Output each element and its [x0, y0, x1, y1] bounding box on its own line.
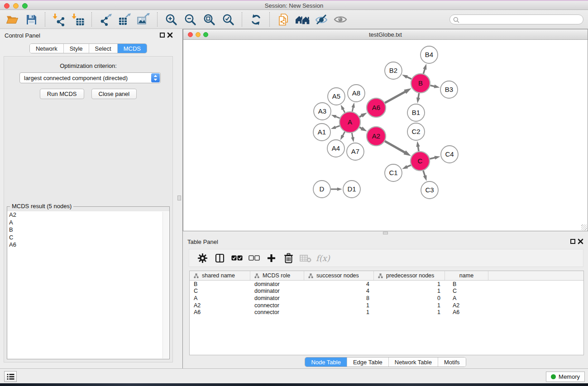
close-panel-mcds-button[interactable]: Close panel — [91, 89, 137, 99]
network-window-titlebar[interactable]: testGlobe.txt — [183, 29, 588, 40]
table-row[interactable]: A2connector11A2 — [190, 302, 583, 309]
graph-node-A7[interactable]: A7 — [347, 143, 364, 160]
tab-mcds[interactable]: MCDS — [117, 44, 147, 53]
window-resize-handle[interactable] — [581, 224, 587, 230]
save-session-button[interactable] — [23, 11, 39, 28]
column-header-successor-nodes[interactable]: successor nodes — [304, 271, 374, 280]
column-header-MCDS-role[interactable]: MCDS role — [250, 271, 304, 280]
graph-edge-A-A6[interactable] — [359, 113, 367, 118]
table-row[interactable]: A6connector11A6 — [190, 309, 583, 316]
graph-node-C3[interactable]: C3 — [421, 181, 438, 199]
table-settings-button[interactable] — [194, 250, 211, 266]
zoom-fit-button[interactable] — [201, 11, 217, 28]
float-panel-button[interactable] — [160, 33, 165, 38]
select-all-button[interactable] — [228, 250, 245, 266]
graph-node-D1[interactable]: D1 — [343, 181, 360, 198]
graph-node-A1[interactable]: A1 — [313, 124, 330, 141]
split-grip[interactable] — [383, 232, 388, 234]
graph-edge-A-A5[interactable] — [341, 105, 345, 113]
column-header-shared-name[interactable]: shared name — [190, 271, 250, 280]
graph-node-C4[interactable]: C4 — [441, 146, 458, 163]
export-table-button[interactable] — [116, 11, 133, 28]
graph-node-B4[interactable]: B4 — [421, 46, 438, 63]
table-row[interactable]: Cdominator41C — [190, 288, 583, 295]
close-table-panel-button[interactable] — [578, 238, 583, 244]
graph-node-A8[interactable]: A8 — [348, 85, 365, 102]
graph-edge-A-A2[interactable] — [359, 127, 367, 131]
export-network-button[interactable] — [97, 11, 114, 28]
graph-node-B3[interactable]: B3 — [440, 81, 458, 98]
graph-node-B2[interactable]: B2 — [385, 62, 402, 79]
tab-node-table[interactable]: Node Table — [305, 357, 347, 367]
tab-select[interactable]: Select — [89, 44, 117, 53]
graph-edge-D-D1[interactable] — [331, 187, 342, 191]
graph-node-A4[interactable]: A4 — [327, 140, 344, 157]
graph-edge-A-A8[interactable] — [351, 103, 354, 112]
refresh-view-button[interactable] — [248, 11, 264, 28]
table-row[interactable]: Bdominator41B — [190, 281, 583, 288]
zoom-in-button[interactable] — [163, 11, 179, 28]
result-scrollbar[interactable] — [163, 212, 169, 358]
result-item[interactable]: A6 — [7, 241, 169, 249]
graph-edge-B-B4[interactable] — [423, 64, 426, 74]
float-table-panel-button[interactable] — [570, 239, 575, 244]
graph-node-C1[interactable]: C1 — [385, 164, 402, 181]
graph-edge-C-C4[interactable] — [430, 156, 440, 159]
graph-node-C2[interactable]: C2 — [407, 123, 425, 140]
column-header-name[interactable]: name — [445, 271, 488, 280]
graph-edge-C-C1[interactable] — [402, 165, 411, 169]
session-search-input[interactable] — [461, 15, 579, 24]
graph-edge-A-A7[interactable] — [351, 133, 354, 143]
first-neighbors-button[interactable] — [294, 11, 311, 28]
zoom-selected-button[interactable] — [220, 11, 236, 28]
graph-edge-B-B2[interactable] — [402, 75, 411, 79]
show-graphics-details-button[interactable] — [332, 11, 349, 28]
graph-node-D[interactable]: D — [313, 181, 330, 198]
graph-edge-B-B1[interactable] — [416, 93, 420, 104]
tab-edge-table[interactable]: Edge Table — [347, 357, 388, 367]
graph-node-A6[interactable]: A6 — [367, 98, 386, 117]
graph-node-A5[interactable]: A5 — [328, 88, 345, 105]
graph-edge-C-C2[interactable] — [416, 141, 420, 151]
import-network-button[interactable] — [51, 11, 67, 28]
graph-edge-A2-C[interactable] — [385, 141, 411, 156]
graph-edge-A6-B[interactable] — [385, 88, 411, 103]
deselect-all-button[interactable] — [245, 250, 263, 266]
graph-node-C[interactable]: C — [411, 152, 430, 171]
tab-style[interactable]: Style — [63, 44, 89, 53]
tab-network-table[interactable]: Network Table — [388, 357, 438, 367]
graph-node-A[interactable]: A — [339, 112, 360, 133]
graph-edge-B-B3[interactable] — [430, 85, 440, 88]
table-row[interactable]: Adominator80A — [190, 295, 583, 302]
vertical-split-divider[interactable] — [177, 29, 183, 368]
horizontal-split-divider[interactable] — [183, 231, 588, 235]
export-image-button[interactable] — [135, 11, 152, 28]
delete-table-button[interactable] — [297, 250, 314, 266]
result-item[interactable]: B — [7, 226, 169, 234]
criterion-dropdown[interactable]: largest connected component (directed) — [19, 72, 161, 83]
tab-network[interactable]: Network — [30, 44, 63, 53]
column-header-predecessor-nodes[interactable]: predecessor nodes — [374, 271, 445, 280]
add-column-button[interactable] — [263, 250, 280, 266]
graph-edge-A-A1[interactable] — [331, 126, 340, 129]
function-builder-button[interactable]: f(x) — [316, 253, 330, 263]
import-table-button[interactable] — [70, 11, 86, 28]
graph-node-B1[interactable]: B1 — [407, 104, 425, 121]
zoom-out-button[interactable] — [182, 11, 198, 28]
result-item[interactable]: C — [7, 234, 169, 242]
graph-edge-C-C3[interactable] — [423, 171, 427, 181]
hide-graphics-details-button[interactable] — [313, 11, 330, 28]
new-network-from-selection-button[interactable] — [275, 11, 292, 28]
result-item[interactable]: A2 — [7, 211, 169, 219]
tab-motifs[interactable]: Motifs — [438, 357, 466, 367]
network-canvas[interactable]: B4B2BB3A8A5A6A3B1AC2A1A2A4A7C4CC1C3DD1 — [183, 40, 588, 231]
show-columns-button[interactable] — [211, 250, 228, 266]
show-panels-button[interactable] — [4, 371, 17, 382]
close-panel-button[interactable] — [167, 32, 173, 38]
graph-edge-A-A3[interactable] — [331, 115, 340, 119]
graph-node-A2[interactable]: A2 — [367, 127, 386, 146]
delete-column-button[interactable] — [280, 250, 297, 266]
memory-button[interactable]: Memory — [546, 372, 585, 382]
graph-node-A3[interactable]: A3 — [314, 103, 331, 120]
graph-node-B[interactable]: B — [411, 74, 430, 93]
